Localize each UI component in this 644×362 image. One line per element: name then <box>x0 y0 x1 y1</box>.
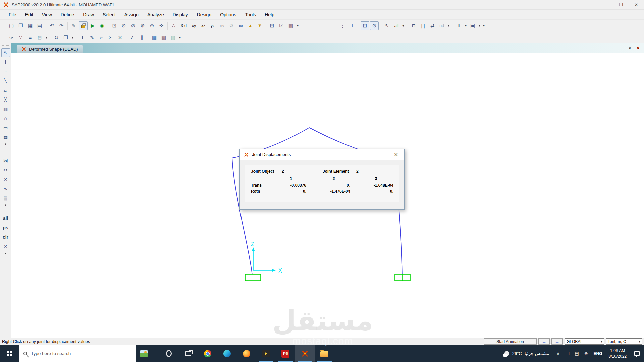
object-grid-icon[interactable]: ⊟ <box>268 21 276 30</box>
minimize-button[interactable]: – <box>598 0 613 9</box>
language-indicator[interactable]: ENG <box>591 351 605 356</box>
menu-item-help[interactable]: Help <box>260 11 279 19</box>
previous-selection-button[interactable]: ps <box>1 223 10 232</box>
merge-joints-icon[interactable]: ≡ <box>26 33 35 42</box>
move-up-list-icon[interactable]: ▲ <box>246 21 255 30</box>
snap-joints-icon[interactable]: ∙ <box>329 21 338 30</box>
isection-props-icon[interactable]: I <box>454 21 463 30</box>
taskbar-search-input[interactable]: Type here to search <box>19 345 136 362</box>
menu-item-tools[interactable]: Tools <box>240 11 260 19</box>
dropdown-arrow-icon[interactable]: ▾ <box>1 142 10 146</box>
snap-grid-icon[interactable]: ▒ <box>1 194 10 202</box>
next-step-button[interactable]: → <box>551 338 563 345</box>
move-down-list-icon[interactable]: ▼ <box>255 21 264 30</box>
dropdown-arrow-icon[interactable]: ▾ <box>1 203 10 207</box>
draw-rect-area-icon[interactable]: ▭ <box>1 123 10 132</box>
dropdown-arrow-icon[interactable]: ▾ <box>1 251 10 256</box>
dropdown-arrow-icon[interactable]: ▾ <box>70 33 75 42</box>
draw-frame-icon[interactable]: ╲ <box>1 76 10 85</box>
pan-icon[interactable]: ✛ <box>157 21 166 30</box>
maximize-button[interactable]: ❐ <box>613 0 629 9</box>
dropdown-arrow-icon[interactable]: ▾ <box>44 33 49 42</box>
dropdown-arrow-icon[interactable]: ▾ <box>477 21 482 30</box>
sap2000-icon[interactable] <box>295 345 315 362</box>
dropdown-arrow-icon[interactable]: ▾ <box>401 21 406 30</box>
draw-1joint-link-icon[interactable]: ✂ <box>1 166 10 174</box>
moment-release-icon[interactable]: ⇄ <box>428 21 437 30</box>
select-pointer-icon[interactable]: ↖ <box>1 48 10 57</box>
draw-tendon-icon[interactable]: ∿ <box>1 184 10 193</box>
close-button[interactable]: ✕ <box>629 0 644 9</box>
insertion-point-icon[interactable]: I <box>78 33 87 42</box>
refresh-window-icon[interactable]: ✎ <box>69 21 78 30</box>
edit-polyline-icon[interactable]: ✎ <box>88 33 96 42</box>
quick-draw-frame-icon[interactable]: ▱ <box>1 86 10 95</box>
menu-item-define[interactable]: Define <box>56 11 78 19</box>
menu-item-select[interactable]: Select <box>98 11 120 19</box>
save-model-icon[interactable]: ▦ <box>26 21 35 30</box>
mesh-areas-icon[interactable]: ▨ <box>150 33 159 42</box>
measure-area-icon[interactable]: ∥ <box>138 33 146 42</box>
edge-icon[interactable] <box>217 345 237 362</box>
hidden-icons-chevron[interactable]: ∧ <box>553 351 563 356</box>
area-props-icon[interactable]: ▣ <box>468 21 477 30</box>
more-edit-icon[interactable]: ▩ <box>169 33 177 42</box>
glasses-view-icon[interactable]: ∞ <box>236 21 245 30</box>
quick-select-icon[interactable]: ↖ <box>383 21 391 30</box>
view-yz-button[interactable]: yz <box>208 21 217 30</box>
draw-2joint-link-icon[interactable]: ⋈ <box>1 156 10 165</box>
menu-item-analyze[interactable]: Analyze <box>143 11 168 19</box>
dropdown-arrow-icon[interactable]: ▾ <box>464 21 468 30</box>
start-animation-button[interactable]: Start Animation <box>484 338 537 345</box>
previous-zoom-icon[interactable]: ⊘ <box>129 21 138 30</box>
snap-window-icon[interactable]: ⊥ <box>348 21 357 30</box>
rotate-object-icon[interactable]: ↻ <box>52 33 61 42</box>
dropdown-arrow-icon[interactable]: ▾ <box>296 21 300 30</box>
print-icon[interactable]: ▤ <box>35 21 44 30</box>
menu-item-view[interactable]: View <box>38 11 56 19</box>
set-display-options-icon[interactable]: ☑ <box>277 21 286 30</box>
assign-joint-icon[interactable]: ∵ <box>16 33 25 42</box>
invert-selection-icon[interactable]: ✕ <box>1 242 10 251</box>
units-select[interactable]: Tonf, m, C <box>606 338 642 345</box>
opera-icon[interactable] <box>159 345 178 362</box>
menu-item-design[interactable]: Design <box>193 11 216 19</box>
tab-deformed-shape[interactable]: Deformed Shape (DEAD) <box>17 45 83 53</box>
restore-full-view-icon[interactable]: ⊙ <box>119 21 128 30</box>
dialog-titlebar[interactable]: Joint Displacements ✕ <box>240 149 404 160</box>
open-file-icon[interactable]: ❒ <box>16 21 25 30</box>
select-window-icon[interactable]: ⊡ <box>361 21 369 30</box>
menu-item-options[interactable]: Options <box>216 11 240 19</box>
zoom-out-icon[interactable]: ⊖ <box>148 21 156 30</box>
quick-draw-braces-icon[interactable]: ╳ <box>1 95 10 104</box>
draw-poly-area-icon[interactable]: ⌂ <box>1 114 10 123</box>
paint-properties-icon[interactable]: ✑ <box>7 33 16 42</box>
align-points-icon[interactable]: ⊟ <box>35 33 44 42</box>
undo-icon[interactable]: ↶ <box>48 21 56 30</box>
frame-section-icon[interactable]: ⊓ <box>409 21 418 30</box>
rotate-3d-view-icon[interactable]: ∴ <box>169 21 178 30</box>
view-3d-button[interactable]: 3-d <box>179 21 189 30</box>
action-center-button[interactable] <box>630 345 644 362</box>
hinge-icon[interactable]: ∏ <box>419 21 427 30</box>
draw-special-joint-icon[interactable]: ▫ <box>1 67 10 76</box>
p6-icon[interactable]: P6 <box>276 345 295 362</box>
select-all-button[interactable]: all <box>392 21 401 30</box>
file-explorer-icon[interactable] <box>315 345 334 362</box>
start-button[interactable] <box>0 345 19 362</box>
menu-item-assign[interactable]: Assign <box>120 11 143 19</box>
dropdown-arrow-icon[interactable]: ▾ <box>446 21 451 30</box>
previous-step-button[interactable]: ← <box>538 338 550 345</box>
trim-frame-icon[interactable]: ⌐ <box>97 33 106 42</box>
snap-lines-icon[interactable]: ⋮ <box>338 21 347 30</box>
menu-item-display[interactable]: Display <box>168 11 193 19</box>
news-widget-icon[interactable] <box>136 345 152 362</box>
left-select-all-button[interactable]: all <box>1 214 10 223</box>
task-view-icon[interactable] <box>178 345 198 362</box>
video-app-icon[interactable] <box>256 345 276 362</box>
quick-draw-area-icon[interactable]: ▦ <box>1 133 10 141</box>
tray-network-icon[interactable]: ⊕ <box>582 351 591 356</box>
draw-cable-icon[interactable]: ✕ <box>1 175 10 184</box>
weather-widget[interactable]: 26°C مشمس جزئيا <box>500 345 554 362</box>
chrome-icon[interactable] <box>198 345 217 362</box>
